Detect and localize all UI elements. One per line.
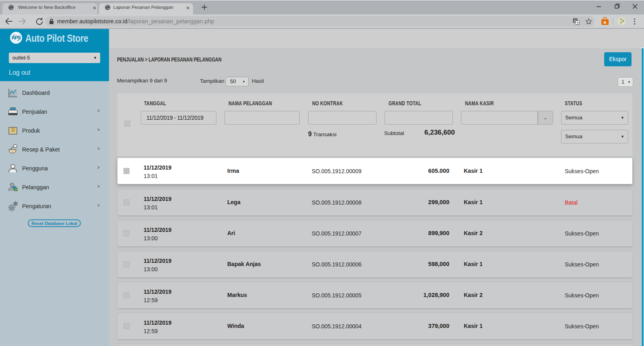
svg-text:文: 文: [576, 21, 580, 25]
svg-text:a: a: [604, 20, 607, 25]
